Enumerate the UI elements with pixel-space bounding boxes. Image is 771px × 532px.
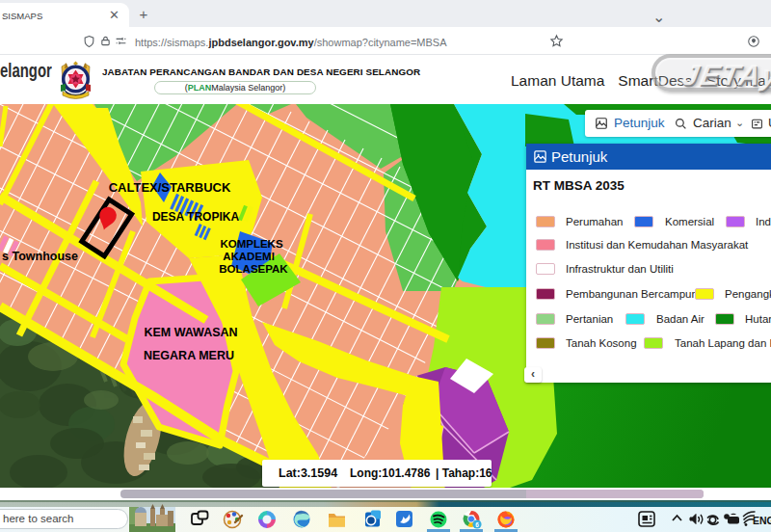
svg-text:6: 6 xyxy=(475,521,479,528)
